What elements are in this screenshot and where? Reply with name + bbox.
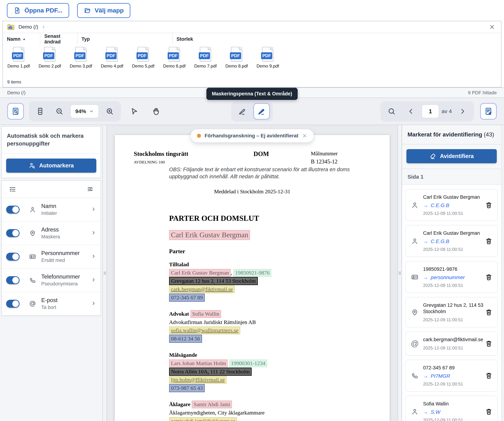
previous-page-button[interactable] xyxy=(402,103,419,120)
court-division: AVDELNING 100 xyxy=(134,160,212,165)
highlighter-pen-button[interactable] xyxy=(234,103,251,120)
rule-row-personnummer[interactable]: Personnummer Ersätt med xyxy=(2,245,101,269)
choose-folder-button[interactable]: Välj mapp xyxy=(77,3,131,18)
file-name: Demo 2.pdf xyxy=(39,64,61,69)
delete-marked-item-button[interactable] xyxy=(484,340,493,347)
marked-item-card[interactable]: 19850921-9876 → personnummer 2025-12-09 … xyxy=(405,261,498,293)
annotations-panel-button[interactable] xyxy=(480,103,497,120)
close-file-panel-button[interactable] xyxy=(487,22,497,32)
file-tile[interactable]: PDFDemo 5.pdf xyxy=(132,47,155,69)
highlighted-phone[interactable]: 073-987 65 43 xyxy=(169,384,205,392)
page-section: Sida 1 xyxy=(402,169,501,185)
breadcrumb-path[interactable]: Demo (/) xyxy=(18,24,38,30)
splitter-handle-icon xyxy=(103,271,106,275)
highlighted-phone[interactable]: 072-345 67 89 xyxy=(169,294,205,302)
telefonnummer-toggle[interactable] xyxy=(6,276,19,284)
marked-item-card[interactable]: @ cark.bergman@fiktivmail.se → 2025-12-0… xyxy=(405,332,498,356)
automark-card: Automatisk sök och markera personuppgift… xyxy=(1,126,101,178)
highlighted-name[interactable]: Carl Erik Gustav Bergman xyxy=(169,269,231,277)
select-tool-button[interactable] xyxy=(126,103,143,120)
marked-item-card[interactable]: Carl Erik Gustav Bergman → C.E.G.B 2025-… xyxy=(405,225,498,257)
file-tile[interactable]: PDFDemo 1.pdf xyxy=(7,47,30,69)
find-in-document-button[interactable] xyxy=(383,103,400,120)
namn-toggle[interactable] xyxy=(6,206,19,213)
highlighted-personnummer[interactable]: 19850921-9876 xyxy=(233,269,271,277)
collapse-list-icon[interactable] xyxy=(86,185,93,193)
delete-marked-item-button[interactable] xyxy=(484,273,493,281)
column-modified[interactable]: Senast ändrad xyxy=(40,33,77,45)
delete-marked-item-button[interactable] xyxy=(484,202,493,209)
highlighted-name[interactable]: Sofia Wallin xyxy=(191,310,221,318)
marked-item-card[interactable]: Carl Erik Gustav Bergman → C.E.G.B 2025-… xyxy=(405,189,498,221)
close-icon xyxy=(302,133,307,138)
pdf-page[interactable]: Stockholms tingsrätt AVDELNING 100 DOM M… xyxy=(115,135,390,421)
marked-item-card[interactable]: Grevgatan 12 hus 2, 114 53 Stockholm → 2… xyxy=(405,297,498,327)
arrow-right-icon: → xyxy=(423,202,428,208)
highlighted-name[interactable]: Lars Johan Mattias Holm xyxy=(169,359,228,367)
rule-row-telefonnummer[interactable]: Telefonnummer Pseudonymisera xyxy=(2,269,101,292)
delete-marked-item-button[interactable] xyxy=(484,308,493,316)
file-name: Demo 7.pdf xyxy=(194,64,217,69)
adress-toggle[interactable] xyxy=(6,229,19,237)
page-thumbnails-button[interactable] xyxy=(32,103,48,120)
file-tile[interactable]: PDFDemo 4.pdf xyxy=(101,47,123,69)
rule-row-namn[interactable]: Namn Initialer xyxy=(2,198,101,222)
highlighted-address[interactable]: Norra Allén 10A, 111 22 Stockholm xyxy=(169,368,252,376)
marked-item-card[interactable]: Sofia Wallin → S.W 2025-12-09 11:00:51 xyxy=(405,396,498,421)
highlighted-name[interactable]: Carl Erik Gustav Bergman xyxy=(169,230,250,240)
highlighted-personnummer[interactable]: 19900301-1234 xyxy=(229,359,267,367)
announced-line: Meddelad i Stockholm 2025-12-31 xyxy=(134,188,371,195)
trash-icon xyxy=(485,340,492,347)
highlighted-email[interactable]: samir.abdi.jamil@aklagare.se xyxy=(169,417,237,421)
status-found: 9 PDF hittade xyxy=(468,90,497,95)
chevron-right-icon xyxy=(91,230,96,236)
zoom-out-button[interactable] xyxy=(51,103,68,120)
masking-pen-group: Maskeringspenna (Text & Område) xyxy=(231,101,273,121)
page-number-input[interactable] xyxy=(422,104,439,118)
checklist-icon[interactable] xyxy=(9,185,16,193)
file-tile[interactable]: PDFDemo 8.pdf xyxy=(225,47,248,69)
pdf-file-icon: PDF xyxy=(169,47,180,61)
next-page-button[interactable] xyxy=(454,103,471,120)
replacement-value: personnummer xyxy=(431,275,465,280)
personnummer-toggle[interactable] xyxy=(6,253,19,261)
pdf-file-icon: PDF xyxy=(200,47,211,61)
trash-icon xyxy=(485,408,492,415)
search-document-tool-button[interactable] xyxy=(7,103,24,120)
epost-toggle[interactable] xyxy=(6,300,19,308)
automark-button[interactable]: Automarkera xyxy=(6,159,96,173)
rule-row-epost[interactable]: E-post Ta bort xyxy=(2,292,101,316)
rule-row-adress[interactable]: Adress Maskera xyxy=(2,222,101,245)
highlighted-phone[interactable]: 08-612 34 56 xyxy=(169,335,202,343)
delete-marked-item-button[interactable] xyxy=(484,408,493,415)
zoom-in-button[interactable] xyxy=(101,103,118,120)
highlighted-address[interactable]: Grevgatan 12 hus 2, 114 53 Stockholm xyxy=(169,277,258,285)
column-size[interactable]: Storlek xyxy=(172,33,501,45)
window-scrollbar[interactable] xyxy=(501,125,504,421)
pill-close-button[interactable] xyxy=(302,133,307,138)
pan-tool-button[interactable] xyxy=(148,103,164,120)
deidentify-button[interactable]: Avidentifiera xyxy=(406,149,497,163)
highlighted-name[interactable]: Samir Abdi Jami xyxy=(192,401,232,408)
left-splitter[interactable] xyxy=(102,125,107,421)
right-splitter[interactable] xyxy=(397,125,402,421)
file-tile[interactable]: PDFDemo 2.pdf xyxy=(38,47,61,69)
file-tile[interactable]: PDFDemo 3.pdf xyxy=(70,47,92,69)
dom-title: DOM xyxy=(212,150,311,165)
masking-pen-button[interactable] xyxy=(253,103,270,120)
highlighter-outline-icon xyxy=(238,107,246,115)
marked-item-card[interactable]: 072-345 67 89 → PI7MGR 2025-12-09 11:00:… xyxy=(405,360,498,392)
delete-marked-item-button[interactable] xyxy=(484,237,493,245)
file-tile[interactable]: PDFDemo 9.pdf xyxy=(256,47,279,69)
tooltip: Maskeringspenna (Text & Område) xyxy=(206,88,298,100)
delete-marked-item-button[interactable] xyxy=(484,372,493,379)
file-tile[interactable]: PDFDemo 6.pdf xyxy=(163,47,186,69)
column-name[interactable]: Namn ▲ xyxy=(3,33,40,45)
file-tile[interactable]: PDFDemo 7.pdf xyxy=(194,47,217,69)
highlighted-email[interactable]: sofia.wallin@wallinpartners.se xyxy=(169,326,240,334)
open-pdf-button[interactable]: Öppna PDF... xyxy=(7,3,69,18)
zoom-level-select[interactable]: 94% xyxy=(70,104,99,118)
highlighted-email[interactable]: ljm.holm@ffiktivmail.se xyxy=(169,376,227,384)
column-type[interactable]: Typ xyxy=(77,33,172,45)
highlighted-email[interactable]: cark.bergman@fiktivmail.se xyxy=(169,285,235,293)
